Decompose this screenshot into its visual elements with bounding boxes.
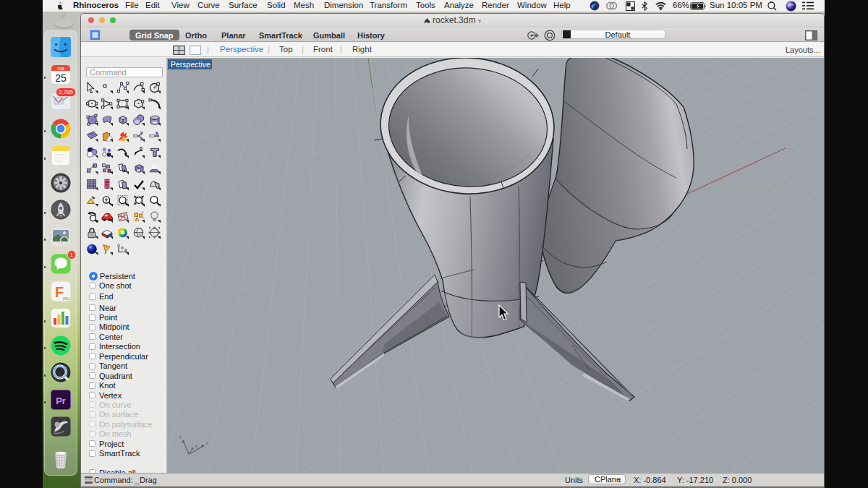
svg-text:x: x: [206, 441, 208, 445]
svg-text:y: y: [179, 435, 182, 439]
svg-text:z: z: [195, 444, 197, 448]
svg-text:Pr: Pr: [56, 395, 66, 406]
svg-text:25: 25: [55, 72, 67, 83]
svg-text:FEB: FEB: [57, 66, 64, 70]
svg-text:Perspective: Perspective: [171, 60, 210, 69]
svg-text:360: 360: [62, 296, 69, 301]
